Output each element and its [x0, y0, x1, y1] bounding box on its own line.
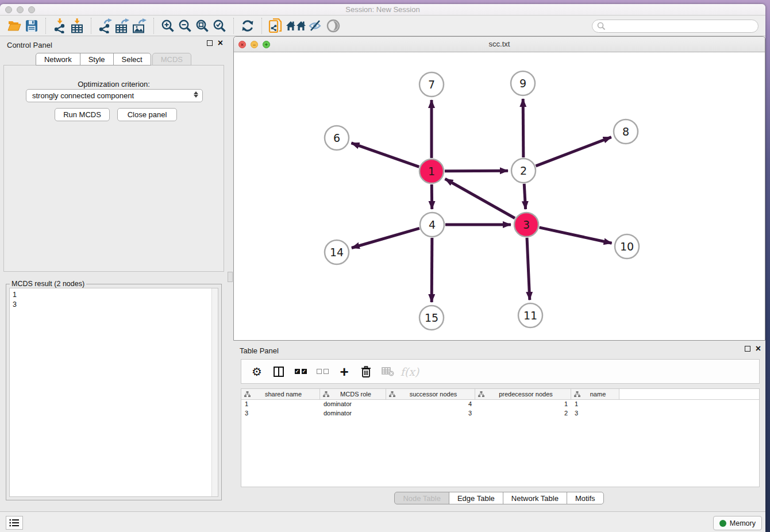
tab-network-table[interactable]: Network Table	[503, 492, 567, 504]
float-panel-icon[interactable]	[207, 40, 213, 46]
table-cell[interactable]: dominator	[320, 400, 386, 409]
result-scrollbar[interactable]	[211, 288, 218, 496]
graph-node-label-7: 7	[428, 78, 435, 91]
graph-edge-2-9[interactable]	[523, 99, 523, 157]
tab-edge-table[interactable]: Edge Table	[449, 492, 503, 504]
table-cell[interactable]: 4	[386, 400, 475, 409]
zoom-selected-icon[interactable]	[211, 18, 228, 34]
column-header-shared-name[interactable]: shared name	[241, 389, 320, 399]
import-network-icon[interactable]	[51, 18, 68, 34]
export-network-icon[interactable]	[97, 18, 114, 34]
columns-icon[interactable]	[269, 363, 288, 381]
graph-edge-3-1[interactable]	[445, 179, 515, 218]
status-bar: Memory	[0, 511, 765, 532]
show-graphics-icon[interactable]	[325, 18, 342, 34]
hierarchy-icon	[389, 391, 395, 398]
zoom-in-icon[interactable]	[159, 18, 176, 34]
graph-edge-4-14[interactable]	[352, 228, 419, 248]
hierarchy-icon	[574, 391, 580, 398]
criterion-selected-value: strongly connected component	[32, 91, 134, 100]
table-cell[interactable]: 3	[386, 409, 475, 418]
graph-node-label-3: 3	[523, 218, 530, 231]
table-cell[interactable]: 1	[241, 400, 320, 409]
graph-node-label-10: 10	[620, 240, 634, 253]
export-image-icon[interactable]	[131, 18, 148, 34]
run-mcds-button[interactable]: Run MCDS	[55, 108, 110, 121]
node-table[interactable]: shared nameMCDS rolesuccessor nodesprede…	[241, 388, 760, 487]
column-header-MCDS-role[interactable]: MCDS role	[320, 389, 386, 399]
cybrowser-icon[interactable]	[267, 18, 284, 34]
save-session-icon[interactable]	[23, 18, 40, 34]
control-panel-title: Control Panel	[7, 41, 52, 49]
float-table-panel-icon[interactable]	[745, 346, 750, 352]
network-graph[interactable]: 7968124314101511	[234, 52, 765, 340]
search-input[interactable]	[592, 20, 759, 33]
control-panel-tabs: Network Style Select MCDS	[0, 53, 228, 65]
gear-icon[interactable]: ⚙	[247, 363, 267, 381]
home-icon[interactable]	[284, 18, 307, 34]
import-table-icon[interactable]	[68, 18, 86, 34]
tab-network[interactable]: Network	[36, 53, 80, 65]
graph-edge-2-8[interactable]	[536, 137, 611, 166]
close-panel-button[interactable]: Close panel	[117, 108, 177, 121]
delete-icon[interactable]	[356, 363, 376, 381]
column-header-name[interactable]: name	[571, 389, 619, 399]
task-history-button[interactable]	[6, 516, 23, 530]
graph-edge-3-10[interactable]	[539, 228, 611, 243]
open-file-icon[interactable]	[6, 18, 23, 34]
mcds-result-title: MCDS result (2 nodes)	[10, 280, 86, 288]
select-all-icon[interactable]: ✓✓	[291, 363, 310, 381]
add-column-icon[interactable]: +	[334, 363, 354, 381]
table-cell[interactable]: 2	[475, 409, 571, 418]
hierarchy-icon	[478, 391, 484, 398]
table-cell[interactable]: 3	[571, 409, 619, 418]
memory-label: Memory	[730, 519, 756, 527]
tab-style[interactable]: Style	[80, 53, 114, 65]
memory-status-icon	[719, 520, 726, 527]
graph-edge-2-3[interactable]	[524, 184, 525, 209]
mcds-result-box[interactable]: 1 3	[9, 288, 218, 497]
table-cell[interactable]: 1	[571, 400, 619, 409]
refresh-icon[interactable]	[239, 18, 256, 34]
control-panel: Control Panel × Network Style Select MCD…	[0, 36, 228, 511]
app-title: Session: New Session	[0, 5, 765, 14]
panel-divider-grip[interactable]	[228, 272, 233, 282]
memory-button[interactable]: Memory	[713, 516, 762, 530]
close-panel-icon[interactable]: ×	[218, 40, 223, 46]
zoom-out-icon[interactable]	[176, 18, 194, 34]
table-cell[interactable]: dominator	[320, 409, 386, 418]
graph-node-label-8: 8	[622, 125, 629, 138]
tab-node-table[interactable]: Node Table	[394, 492, 449, 504]
toolbar-separator	[153, 18, 154, 34]
graph-node-label-2: 2	[520, 164, 527, 177]
column-header-successor-nodes[interactable]: successor nodes	[386, 389, 475, 399]
column-header-predecessor-nodes[interactable]: predecessor nodes	[475, 389, 571, 399]
table-cell[interactable]: 3	[241, 409, 320, 418]
network-window-titlebar[interactable]: × – + scc.txt	[234, 37, 765, 52]
export-table-icon[interactable]	[114, 18, 131, 34]
graph-node-label-11: 11	[523, 309, 537, 322]
close-table-panel-icon[interactable]: ×	[756, 346, 761, 352]
graph-node-label-1: 1	[428, 165, 435, 178]
tab-motifs[interactable]: Motifs	[567, 492, 604, 504]
table-row[interactable]: 1dominator411	[241, 400, 759, 409]
toolbar-separator	[233, 18, 234, 34]
main-toolbar	[0, 16, 765, 36]
hide-graphics-icon[interactable]	[307, 18, 325, 34]
tab-mcds[interactable]: MCDS	[152, 53, 191, 65]
graph-node-label-14: 14	[330, 246, 344, 259]
graph-edge-1-6[interactable]	[351, 143, 419, 167]
application-window: Session: New Session	[0, 4, 765, 532]
deselect-all-icon[interactable]	[313, 363, 332, 381]
app-titlebar: Session: New Session	[0, 4, 765, 16]
tab-select[interactable]: Select	[113, 53, 151, 65]
zoom-fit-icon[interactable]	[194, 18, 211, 34]
graph-edge-3-11[interactable]	[527, 238, 530, 300]
table-row[interactable]: 3dominator323	[241, 409, 759, 418]
criterion-select[interactable]: strongly connected component	[26, 89, 203, 102]
graph-edge-1-2[interactable]	[445, 171, 508, 171]
table-cell[interactable]: 1	[475, 400, 571, 409]
network-canvas[interactable]: 7968124314101511	[234, 52, 765, 340]
graph-edge-4-15[interactable]	[432, 238, 432, 302]
toolbar-separator	[45, 18, 46, 34]
